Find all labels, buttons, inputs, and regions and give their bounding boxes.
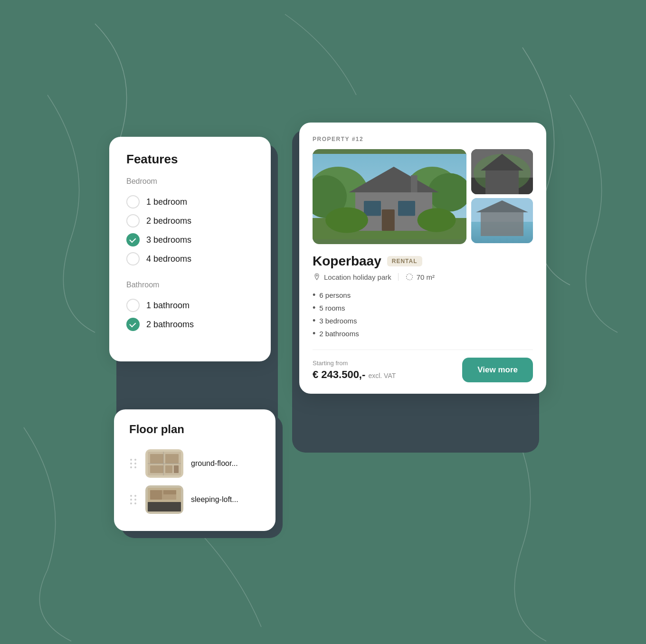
starting-from-label: Starting from xyxy=(313,360,396,367)
bedroom-label-1: 1 bedroom xyxy=(146,197,187,207)
bedroom-checkbox-list: 1 bedroom 2 bedrooms 3 bedrooms 4 bedroo… xyxy=(126,192,254,268)
svg-rect-1 xyxy=(150,454,163,464)
svg-point-36 xyxy=(316,275,318,276)
floorplan-item-ground[interactable]: ground-floor... xyxy=(129,445,260,482)
svg-rect-23 xyxy=(382,209,395,231)
size-text: 70 m² xyxy=(417,273,435,281)
bedroom-checkbox-4[interactable] xyxy=(126,252,140,265)
meta-divider xyxy=(398,273,399,281)
svg-rect-11 xyxy=(150,490,162,500)
bathroom-label-1: 1 bathroom xyxy=(146,301,190,311)
svg-rect-22 xyxy=(398,201,415,216)
feature-bathrooms: 2 bathrooms xyxy=(313,327,533,340)
bedroom-option-3[interactable]: 3 bedrooms xyxy=(126,230,254,249)
bedroom-checkbox-3[interactable] xyxy=(126,233,140,246)
svg-point-26 xyxy=(418,208,456,232)
property-features-list: 6 persons 5 rooms 3 bedrooms 2 bathrooms xyxy=(313,289,533,340)
property-card: PROPERTY #12 xyxy=(299,123,546,394)
bathroom-option-2[interactable]: 2 bathrooms xyxy=(126,315,254,334)
features-panel: Features Bedroom 1 bedroom 2 bedrooms 3 … xyxy=(109,137,271,361)
floorplan-panel: Floor plan xyxy=(114,409,276,531)
bathroom-option-1[interactable]: 1 bathroom xyxy=(126,296,254,315)
bathroom-checkbox-list: 1 bathroom 2 bathrooms xyxy=(126,296,254,334)
svg-rect-5 xyxy=(174,465,179,473)
floorplan-thumb-loft xyxy=(145,485,183,514)
feature-persons: 6 persons xyxy=(313,289,533,302)
svg-rect-9 xyxy=(148,502,181,511)
size-icon xyxy=(405,273,414,281)
price-value: € 243.500,- excl. VAT xyxy=(313,369,396,381)
location-icon xyxy=(313,273,321,281)
property-name: Koperbaay xyxy=(313,254,381,269)
floorplan-label-loft: sleeping-loft... xyxy=(191,495,238,504)
price-block: Starting from € 243.500,- excl. VAT xyxy=(313,360,396,381)
location-text: Location holiday park xyxy=(324,273,391,281)
thumb-image-bottom xyxy=(471,198,533,243)
feature-bedrooms: 3 bedrooms xyxy=(313,314,533,327)
svg-rect-12 xyxy=(163,490,176,494)
property-number: PROPERTY #12 xyxy=(313,136,533,142)
svg-point-25 xyxy=(325,208,368,233)
svg-point-37 xyxy=(406,274,412,280)
bathroom-section-label: Bathroom xyxy=(126,281,254,289)
svg-rect-34 xyxy=(481,212,523,236)
svg-rect-2 xyxy=(165,454,179,464)
thumbnail-images xyxy=(471,149,533,244)
bedroom-section-label: Bedroom xyxy=(126,177,254,186)
bedroom-option-4[interactable]: 4 bedrooms xyxy=(126,249,254,268)
drag-handle-ground[interactable] xyxy=(129,458,138,469)
rental-badge: RENTAL xyxy=(387,256,422,266)
features-title: Features xyxy=(126,152,254,167)
floorplan-thumb-ground xyxy=(145,449,183,478)
location-meta: Location holiday park xyxy=(313,273,391,281)
view-more-button[interactable]: View more xyxy=(462,358,533,382)
svg-rect-3 xyxy=(150,465,163,473)
svg-rect-21 xyxy=(364,201,381,216)
floorplan-title: Floor plan xyxy=(129,423,260,436)
price-row: Starting from € 243.500,- excl. VAT View… xyxy=(313,358,533,382)
bedroom-label-3: 3 bedrooms xyxy=(146,235,191,245)
main-property-image xyxy=(313,149,466,244)
bathroom-label-2: 2 bathrooms xyxy=(146,320,194,330)
bedroom-label-4: 4 bedrooms xyxy=(146,254,191,264)
drag-handle-loft[interactable] xyxy=(129,494,138,505)
bathroom-checkbox-2[interactable] xyxy=(126,318,140,331)
property-meta: Location holiday park 70 m² xyxy=(313,273,533,281)
bedroom-checkbox-2[interactable] xyxy=(126,214,140,227)
price-vat: excl. VAT xyxy=(368,372,396,379)
size-meta: 70 m² xyxy=(405,273,435,281)
svg-rect-24 xyxy=(411,175,418,192)
bedroom-option-1[interactable]: 1 bedroom xyxy=(126,192,254,211)
property-title-row: Koperbaay RENTAL xyxy=(313,254,533,269)
thumb-image-top xyxy=(471,149,533,194)
bedroom-checkbox-1[interactable] xyxy=(126,195,140,208)
property-images xyxy=(313,149,533,244)
svg-rect-30 xyxy=(485,170,519,194)
bedroom-option-2[interactable]: 2 bedrooms xyxy=(126,211,254,230)
floorplan-item-loft[interactable]: sleeping-loft... xyxy=(129,482,260,518)
bedroom-label-2: 2 bedrooms xyxy=(146,216,191,226)
floorplan-label-ground: ground-floor... xyxy=(191,459,238,468)
svg-rect-4 xyxy=(165,465,172,473)
price-divider xyxy=(313,350,533,350)
feature-rooms: 5 rooms xyxy=(313,302,533,314)
bathroom-checkbox-1[interactable] xyxy=(126,299,140,312)
